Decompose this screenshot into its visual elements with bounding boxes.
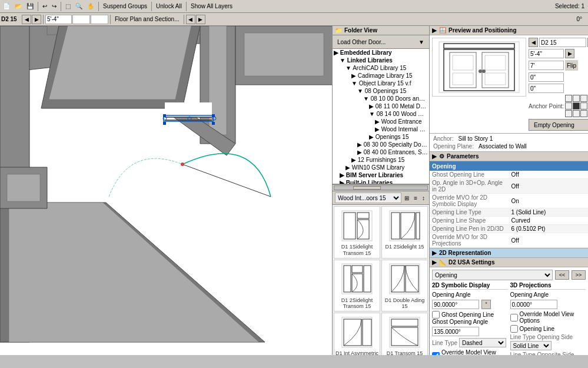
thumb-d1-transom[interactable]: D1 Transom 15 bbox=[381, 313, 428, 355]
grid-view-btn[interactable]: ⊞ bbox=[403, 193, 411, 203]
width-input[interactable] bbox=[529, 49, 564, 58]
opening-select[interactable]: Opening bbox=[432, 270, 553, 280]
depth1-input[interactable] bbox=[529, 72, 564, 82]
next-element-btn[interactable]: ▶ bbox=[32, 15, 41, 24]
anchor-br[interactable] bbox=[580, 110, 587, 117]
anchor-bl[interactable] bbox=[565, 110, 572, 117]
drawing-area[interactable] bbox=[0, 26, 333, 355]
suspend-groups-btn[interactable]: Suspend Groups bbox=[101, 1, 149, 12]
ghost-angle-input[interactable] bbox=[432, 327, 479, 336]
override-model-label[interactable]: Override Model View Options bbox=[432, 349, 508, 355]
save-btn[interactable]: 💾 bbox=[25, 1, 35, 12]
tree-item-openings15[interactable]: ▶ Openings 15 bbox=[333, 133, 429, 141]
dim-y-input[interactable] bbox=[72, 15, 90, 24]
zoom-btn[interactable]: 🔍 bbox=[74, 1, 84, 12]
select-btn[interactable]: ⬚ bbox=[64, 1, 72, 12]
anchor-tl[interactable] bbox=[565, 95, 572, 102]
anchor-ml[interactable] bbox=[565, 102, 572, 110]
scrollbar-thumb[interactable] bbox=[353, 186, 381, 190]
tree-item-specialty[interactable]: ▶ 08 30 00 Specialty Doors bbox=[333, 141, 429, 148]
anchor-tr[interactable] bbox=[580, 95, 587, 102]
usa-nav-right[interactable]: >> bbox=[572, 270, 586, 280]
sort-btn[interactable]: ↕ bbox=[420, 193, 427, 203]
line-type-open-select[interactable]: Solid Line bbox=[510, 341, 552, 350]
tree-item-embedded[interactable]: ▶ Embedded Library bbox=[333, 49, 429, 57]
anchor-mc[interactable] bbox=[573, 102, 580, 110]
preview-icon: 🪟 bbox=[439, 27, 446, 34]
tree-item-metal-doors[interactable]: ▶ 08 11 00 Metal Door... bbox=[333, 102, 429, 110]
tree-item-furnishings[interactable]: ▶ 12 Furnishings 15 bbox=[333, 156, 429, 164]
tree-item-win10[interactable]: ▶ WIN10 GSM Library bbox=[333, 164, 429, 171]
param-val-angle: Off bbox=[509, 179, 589, 194]
thumb-d1-double-ading[interactable]: D1 Double Ading 15 bbox=[381, 260, 428, 312]
override-model2-checkbox[interactable] bbox=[510, 314, 518, 321]
tree-item-wood-doors[interactable]: ▼ 08 14 00 Wood Doo... bbox=[333, 110, 429, 118]
opening-line-checkbox[interactable] bbox=[510, 325, 518, 333]
ghost-line-checkbox[interactable] bbox=[432, 311, 440, 319]
opening-line-label[interactable]: Opening Line bbox=[510, 325, 586, 333]
view-prev-btn[interactable]: ◀ bbox=[186, 15, 195, 24]
rep-2d-header[interactable]: ▶ 2D Representation bbox=[430, 248, 588, 258]
expand-icon3: ▼ bbox=[346, 65, 353, 71]
ghost-angle-row: Ghost Opening Angle bbox=[432, 319, 508, 325]
tree-item-linked[interactable]: ▼ Linked Libraries bbox=[333, 57, 429, 64]
flip-btn[interactable]: Flip bbox=[565, 60, 578, 71]
parameters-section-header[interactable]: ▶ ⚙ Parameters bbox=[430, 152, 588, 161]
thumb-d1-1sidelight-transom[interactable]: D1 1Sidelight Transom 15 bbox=[334, 206, 380, 258]
tree-item-wood-entrance[interactable]: ▶ Wood Entrance bbox=[333, 118, 429, 125]
folder-view-header: 📁 Folder View bbox=[333, 26, 429, 35]
tree-item-archicad[interactable]: ▼ ArchiCAD Library 15 bbox=[333, 64, 429, 72]
prev-door-btn[interactable]: ◀ bbox=[529, 38, 538, 47]
line-type-select[interactable]: Dashed bbox=[459, 338, 506, 347]
empty-opening-btn[interactable]: Empty Opening bbox=[529, 119, 588, 131]
new-btn[interactable]: 📄 bbox=[1, 1, 12, 12]
prev-element-btn[interactable]: ◀ bbox=[22, 15, 31, 24]
library-dropdown[interactable]: Wood Int...oors 15 bbox=[335, 193, 401, 203]
tree-item-object[interactable]: ▼ Object Library 15 v.f bbox=[333, 79, 429, 87]
line-type-opp-label: Line Type Opposite Side bbox=[510, 352, 574, 355]
tree-item-wood-internal[interactable]: ▶ Wood Internal D... bbox=[333, 125, 429, 133]
anchor-bc[interactable] bbox=[573, 110, 580, 117]
thumb-label-5: D1 Int Asymmetric door 15 bbox=[335, 350, 378, 355]
anchor-mr[interactable] bbox=[580, 102, 587, 110]
opening-angle-input[interactable] bbox=[432, 300, 479, 309]
height-input[interactable] bbox=[529, 61, 564, 70]
door-name-input[interactable] bbox=[539, 38, 586, 47]
thumb-d1-2sidelight[interactable]: D1 2Sidelight 15 bbox=[381, 206, 428, 258]
angle-unit-btn[interactable]: ° bbox=[481, 300, 491, 309]
folder-tree[interactable]: ▶ Embedded Library ▼ Linked Libraries ▼ … bbox=[333, 49, 429, 184]
tree-item-doors-frames[interactable]: ▼ 08 10 00 Doors and Fran... bbox=[333, 95, 429, 102]
width-nav-btn[interactable]: ▶ bbox=[565, 49, 574, 58]
pan-btn[interactable]: ✋ bbox=[85, 1, 96, 12]
open-btn[interactable]: 📂 bbox=[13, 1, 24, 12]
dim-z-input[interactable] bbox=[91, 15, 108, 24]
d2-usa-header[interactable]: ▶ 📐 D2 USA Settings bbox=[430, 258, 588, 267]
thumb-d1-int-asymmetric[interactable]: D1 Int Asymmetric door 15 bbox=[334, 313, 380, 355]
expand-icon: ▶ bbox=[334, 49, 340, 56]
undo-btn[interactable]: ↩ bbox=[41, 1, 49, 12]
floor-plan-section-btn[interactable]: Floor Plan and Section... bbox=[112, 14, 182, 25]
thumb-d1-2sidelight-transom[interactable]: D1 2Sidelight Transom 15 bbox=[334, 260, 380, 312]
ghost-line-label[interactable]: Ghost Opening Line bbox=[432, 311, 508, 319]
depth2-input[interactable] bbox=[529, 84, 564, 93]
dim-x-input[interactable] bbox=[45, 15, 72, 24]
unlock-all-btn[interactable]: Unlock All bbox=[154, 1, 184, 12]
override-model2-label[interactable]: Override Model View Options bbox=[510, 311, 586, 324]
override-model-checkbox[interactable] bbox=[432, 352, 440, 356]
anchor-tc[interactable] bbox=[573, 95, 580, 102]
tree-item-cadimage[interactable]: ▶ Cadimage Library 15 bbox=[333, 72, 429, 79]
redo-btn[interactable]: ↪ bbox=[50, 1, 58, 12]
load-other-door-btn[interactable]: Load Other Door... ▼ bbox=[335, 37, 427, 47]
tree-item-builtin[interactable]: ▶ Built-in Libraries bbox=[333, 179, 429, 184]
tree-item-openings[interactable]: ▼ 08 Openings 15 bbox=[333, 87, 429, 95]
list-view-btn[interactable]: ≡ bbox=[412, 193, 419, 203]
opening-angle-3d-input[interactable] bbox=[510, 300, 557, 309]
show-all-layers-btn[interactable]: Show All Layers bbox=[189, 1, 234, 12]
usa-nav-left[interactable]: << bbox=[555, 270, 569, 280]
tree-scrollbar[interactable] bbox=[333, 184, 429, 191]
tree-item-bim[interactable]: ▶ BIM Server Libraries bbox=[333, 171, 429, 179]
view-next-btn[interactable]: ▶ bbox=[196, 15, 205, 24]
preview-section-header[interactable]: ▶ 🪟 Preview and Positioning bbox=[430, 26, 588, 35]
tree-item-entrances[interactable]: ▶ 08 40 00 Entrances, Stor... bbox=[333, 148, 429, 156]
scrollbar-track[interactable] bbox=[334, 185, 428, 190]
